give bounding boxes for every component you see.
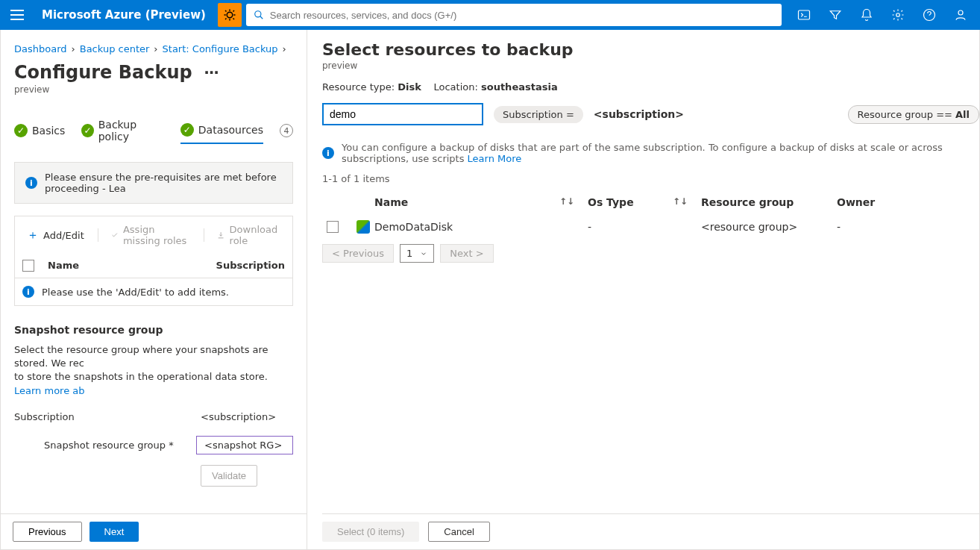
button-label: Add/Edit <box>43 230 84 241</box>
subscription-filter-pill[interactable]: Subscription = <box>494 106 583 123</box>
resource-group-filter-pill[interactable]: Resource group == All <box>848 105 979 124</box>
pager-previous-button: < Previous <box>322 244 394 263</box>
global-search[interactable] <box>246 4 782 26</box>
prerequisites-info: i Please ensure the pre-requisites are m… <box>14 162 293 204</box>
select-all-checkbox[interactable] <box>22 260 34 272</box>
page-title: Configure Backup ⋯ <box>14 62 293 83</box>
meta-loc-label: Location: <box>433 81 481 93</box>
blade-info-text: You can configure a backup of disks that… <box>342 142 943 164</box>
chevron-down-icon <box>420 250 427 257</box>
separator <box>98 228 98 242</box>
workspace: Dashboard› Backup center› Start: Configu… <box>0 30 980 550</box>
check-icon: ✓ <box>180 123 194 137</box>
snapshot-heading: Snapshot resource group <box>14 324 293 336</box>
more-actions-button[interactable]: ⋯ <box>201 63 222 81</box>
download-role-button: Download role <box>211 221 286 249</box>
info-icon: i <box>322 147 334 159</box>
assign-roles-button: Assign missing roles <box>105 221 195 249</box>
dropdown-value: <snapshot RG> <box>204 440 282 451</box>
breadcrumb: Dashboard› Backup center› Start: Configu… <box>14 43 293 54</box>
pager-next-button: Next > <box>440 244 493 263</box>
search-input[interactable] <box>270 10 774 21</box>
empty-message: Please use the 'Add/Edit' to add items. <box>42 287 229 298</box>
step-label: Datasources <box>198 124 263 136</box>
download-icon <box>217 230 224 240</box>
chevron-right-icon: › <box>154 43 157 54</box>
cloud-shell-icon[interactable] <box>789 0 819 30</box>
account-icon[interactable] <box>946 0 976 30</box>
check-icon: ✓ <box>14 124 28 137</box>
pager-page-select[interactable]: 1 <box>400 244 434 263</box>
settings-icon[interactable] <box>883 0 913 30</box>
button-label: Assign missing roles <box>123 224 190 246</box>
meta-rt-label: Resource type: <box>322 81 398 93</box>
hamburger-menu-button[interactable] <box>4 2 30 28</box>
snapshot-desc-line2: to store the snapshots in the operationa… <box>14 371 268 382</box>
separator <box>204 228 204 242</box>
header-os-type[interactable]: Os Type↑↓ <box>588 196 701 208</box>
breadcrumb-dashboard[interactable]: Dashboard <box>14 43 67 54</box>
info-icon: i <box>22 286 34 298</box>
svg-point-3 <box>896 13 900 17</box>
configure-backup-pane: Dashboard› Backup center› Start: Configu… <box>1 30 307 549</box>
cancel-button[interactable]: Cancel <box>428 522 489 542</box>
datasource-toolbar: ＋ Add/Edit Assign missing roles Download… <box>14 216 293 254</box>
row-checkbox[interactable] <box>327 221 339 233</box>
previous-button[interactable]: Previous <box>13 522 82 542</box>
blade-info: i You can configure a backup of disks th… <box>322 142 979 164</box>
page-subtitle: preview <box>14 84 293 95</box>
step-label: Basics <box>32 125 65 137</box>
brand-label: Microsoft Azure (Preview) <box>34 8 213 22</box>
sort-icon[interactable]: ↑↓ <box>559 196 574 207</box>
row-name: DemoDataDisk <box>374 221 588 233</box>
next-button[interactable]: Next <box>89 522 139 542</box>
step-backup-policy[interactable]: ✓ Backup policy <box>81 116 163 149</box>
learn-more-link[interactable]: Learn more ab <box>14 385 85 396</box>
table-row[interactable]: DemoDataDisk - <resource group> - <box>322 214 979 240</box>
blade-filters: Subscription = <subscription> Resource g… <box>322 103 979 125</box>
header-owner[interactable]: Owner <box>837 196 911 208</box>
item-count: 1-1 of 1 items <box>322 173 979 184</box>
datasource-empty-row: i Please use the 'Add/Edit' to add items… <box>14 278 293 306</box>
plus-icon: ＋ <box>27 228 39 243</box>
step-basics[interactable]: ✓ Basics <box>14 121 65 143</box>
datasource-table-header: Name Subscription <box>14 254 293 278</box>
breadcrumb-backup-center[interactable]: Backup center <box>80 43 150 54</box>
svg-rect-2 <box>799 10 810 19</box>
svg-point-0 <box>227 12 233 18</box>
step-datasources[interactable]: ✓ Datasources <box>180 120 263 144</box>
header-name[interactable]: Name <box>48 260 216 272</box>
info-icon: i <box>25 177 37 189</box>
step-review[interactable]: 4 <box>280 121 293 143</box>
filter-icon[interactable] <box>820 0 850 30</box>
blade-title: Select resources to backup <box>322 40 979 59</box>
add-edit-button[interactable]: ＋ Add/Edit <box>21 225 90 246</box>
header-subscription[interactable]: Subscription <box>216 260 285 272</box>
notifications-icon[interactable] <box>852 0 882 30</box>
filter-input[interactable] <box>322 103 483 125</box>
blade-footer: Select (0 items) Cancel <box>322 513 979 549</box>
pill-label: Resource group == <box>858 109 952 120</box>
top-actions <box>786 0 976 30</box>
header-name[interactable]: Name↑↓ <box>374 196 588 208</box>
header-resource-group[interactable]: Resource group <box>701 196 837 208</box>
snapshot-desc-line1: Select the resource group where your sna… <box>14 344 268 369</box>
row-resource-group: <resource group> <box>701 221 837 233</box>
breadcrumb-start-configure[interactable]: Start: Configure Backup <box>163 43 278 54</box>
select-button: Select (0 items) <box>322 522 419 542</box>
pill-value: All <box>955 109 970 120</box>
learn-more-link[interactable]: Learn More <box>468 153 522 164</box>
chevron-right-icon: › <box>72 43 75 54</box>
help-icon[interactable] <box>914 0 944 30</box>
bug-icon[interactable] <box>218 3 242 27</box>
svg-point-5 <box>958 10 963 15</box>
snapshot-rg-label: Snapshot resource group * <box>14 440 196 451</box>
svg-point-1 <box>255 11 261 17</box>
step-label: Backup policy <box>98 119 164 143</box>
resource-grid: Name↑↓ Os Type↑↓ Resource group Owner <box>322 190 979 240</box>
sort-icon[interactable]: ↑↓ <box>673 196 688 207</box>
chevron-right-icon: › <box>283 43 286 54</box>
validate-button: Validate <box>201 465 257 487</box>
meta-loc-value: southeastasia <box>481 81 558 93</box>
snapshot-rg-dropdown[interactable]: <snapshot RG> <box>196 436 293 454</box>
